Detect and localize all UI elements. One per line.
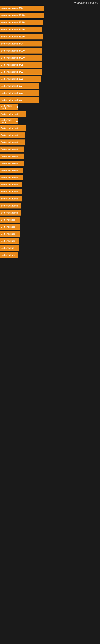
bar-label: Bottleneck result <box>1 148 18 150</box>
bar-container: Bottleneck result <box>0 126 100 131</box>
bar-label: Bottleneck res <box>1 240 15 242</box>
bar-label: Bottleneck result <box>1 127 18 130</box>
bar-fill: Bottleneck result55.3% <box>0 20 43 25</box>
bar-fill: Bottleneck result <box>0 111 26 117</box>
bar-fill: Bottleneck result <box>0 196 22 202</box>
bar-fill: Bottleneck result <box>0 146 24 152</box>
bar-container: Bottleneck result55.8% <box>0 13 100 18</box>
bar-row: Bottleneck result <box>0 160 100 167</box>
bar-fill: Bottleneck result55.1% <box>0 34 43 40</box>
bar-value: 56% <box>18 7 23 10</box>
bar-row: Bottleneck result <box>0 202 100 209</box>
bar-row: Bottleneck result52. <box>0 82 100 90</box>
bar-label: Bottleneck result <box>1 71 18 73</box>
bar-label: Bottleneck result <box>1 42 18 45</box>
bar-row: Bottleneck result52. <box>0 96 100 104</box>
bar-label: Bottleneck result <box>1 155 18 158</box>
bar-label: Bottleneck result <box>1 212 18 214</box>
bar-fill: Bottleneck result <box>0 182 22 187</box>
bar-row: Bottleneck re <box>0 244 100 252</box>
bar-row: Bottleneck result <box>0 153 100 160</box>
bar-value: 53.6 <box>18 78 23 80</box>
bar-fill: Bottleneck result <box>0 189 22 194</box>
bar-value: 54.9% <box>18 56 25 59</box>
bar-fill: Bottleneck result <box>0 126 26 131</box>
bar-value: 4 <box>15 120 18 122</box>
bar-row: Bottleneck res <box>0 230 100 238</box>
bar-container: Bottleneck res <box>0 224 100 230</box>
bar-fill: Bottleneck res <box>0 252 18 258</box>
bar-label: Bottleneck res <box>1 233 15 235</box>
bar-row: Bottleneck result <box>0 209 100 216</box>
bar-label: Bottleneck result <box>1 7 18 10</box>
bar-row: Bottleneck result55.3% <box>0 19 100 26</box>
bar-row: Bottleneck result <box>0 132 100 139</box>
bar-container: Bottleneck result55.1% <box>0 34 100 40</box>
bar-container: Bottleneck res <box>0 252 100 258</box>
bar-row: Bottleneck result54.9% <box>0 47 100 54</box>
bar-label: Bottleneck re <box>1 247 14 249</box>
bar-row: Bottleneck result4 <box>0 118 100 125</box>
bar-container: Bottleneck result54.2 <box>0 69 100 75</box>
bar-value: 54.9% <box>18 28 25 31</box>
bar-fill: Bottleneck res <box>0 231 20 237</box>
bar-container: Bottleneck result <box>0 160 100 166</box>
bar-container: Bottleneck result <box>0 182 100 187</box>
bar-fill: Bottleneck result52. <box>0 83 39 89</box>
bar-container: Bottleneck result54.5 <box>0 62 100 68</box>
bar-row: Bottleneck result <box>0 195 100 202</box>
bar-value: 55.3% <box>18 21 25 24</box>
bar-row: Bottleneck result55.1% <box>0 33 100 40</box>
bar-row: Bottleneck result55.8% <box>0 12 100 19</box>
bar-value: 54.5 <box>18 64 23 66</box>
bar-container: Bottleneck result <box>0 196 100 202</box>
bar-row: Bottleneck result <box>0 146 100 153</box>
bar-fill: Bottleneck result52.3 <box>0 90 39 96</box>
bar-container: Bottleneck result <box>0 140 100 145</box>
bar-fill: Bottleneck result54.9% <box>0 27 42 32</box>
bar-fill: Bottleneck result4 <box>0 104 18 110</box>
bar-container: Bottleneck result53.6 <box>0 76 100 82</box>
bar-fill: Bottleneck result54.4 <box>0 41 42 46</box>
bar-fill: Bottleneck result54.9% <box>0 55 42 60</box>
bar-fill: Bottleneck result <box>0 168 23 173</box>
bar-fill: Bottleneck result <box>0 175 23 180</box>
bar-row: Bottleneck result <box>0 188 100 195</box>
bar-value: 52.3 <box>18 92 23 94</box>
bar-fill: Bottleneck result53.6 <box>0 76 41 82</box>
bar-fill: Bottleneck result54.9% <box>0 48 42 54</box>
bar-row: Bottleneck res <box>0 252 100 258</box>
bar-fill: Bottleneck result <box>0 203 21 208</box>
bar-fill: Bottleneck result <box>0 154 24 159</box>
bar-container: Bottleneck result54.4 <box>0 41 100 46</box>
bar-value: 52. <box>18 98 22 102</box>
bar-label: Bottleneck result <box>1 198 18 200</box>
bar-label: Bottleneck result <box>1 85 18 87</box>
bar-fill: Bottleneck res <box>0 238 19 244</box>
bar-container: Bottleneck result52.3 <box>0 90 100 96</box>
bar-label: Bottleneck result <box>1 78 18 80</box>
bar-row: Bottleneck result54.4 <box>0 40 100 47</box>
bar-fill: Bottleneck result56% <box>0 6 44 11</box>
bar-container: Bottleneck result56% <box>0 6 100 11</box>
bar-fill: Bottleneck res <box>0 224 20 230</box>
bar-label: Bottleneck result <box>1 176 18 179</box>
bar-container: Bottleneck result <box>0 168 100 173</box>
bar-label: Bottleneck result <box>1 190 18 193</box>
bar-row: Bottleneck result <box>0 125 100 132</box>
bar-row: Bottleneck result54.9% <box>0 26 100 33</box>
bar-value: 55.1% <box>18 35 25 38</box>
bar-fill: Bottleneck result <box>0 210 21 216</box>
bar-label: Bottleneck result <box>1 28 18 31</box>
bar-container: Bottleneck result54.9% <box>0 55 100 60</box>
bar-fill: Bottleneck result <box>0 140 25 145</box>
bar-label: Bottleneck result <box>1 50 18 52</box>
bar-container: Bottleneck result54.9% <box>0 27 100 32</box>
bar-container: Bottleneck result <box>0 132 100 138</box>
bars-container: Bottleneck result56%Bottleneck result55.… <box>0 5 100 258</box>
bar-label: Bottleneck result <box>1 21 18 24</box>
bar-fill: Bottleneck result55.8% <box>0 13 44 18</box>
bar-label: Bottleneck result <box>1 141 18 144</box>
bar-label: Bottleneck result <box>1 119 15 124</box>
bar-container: Bottleneck res <box>0 231 100 237</box>
